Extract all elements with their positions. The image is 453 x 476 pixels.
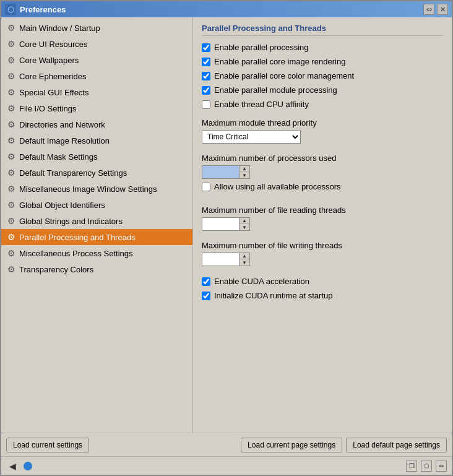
gear-icon: ⚙	[7, 39, 15, 49]
gear-icon: ⚙	[7, 23, 15, 33]
sidebar-label: Default Mask Settings	[19, 152, 97, 162]
write-threads-input[interactable]: 8	[202, 253, 239, 266]
titlebar-controls: ⇔ ✕	[423, 4, 448, 15]
sidebar-label: Parallel Processing and Threads	[19, 233, 136, 242]
enable-parallel-module-checkbox[interactable]	[202, 86, 210, 95]
sidebar-item-default-image-resolution[interactable]: ⚙Default Image Resolution	[1, 132, 192, 149]
read-threads-down-btn[interactable]: ▼	[239, 224, 249, 230]
enable-parallel-module-label[interactable]: Enable parallel module processing	[214, 85, 337, 95]
sidebar-item-core-ui-resources[interactable]: ⚙Core UI Resources	[1, 36, 192, 52]
read-threads-spinbox-buttons: ▲ ▼	[239, 217, 250, 231]
enable-parallel-core-color-checkbox[interactable]	[202, 72, 210, 80]
sidebar-item-core-ephemerides[interactable]: ⚙Core Ephemerides	[1, 68, 192, 84]
enable-parallel-processing-checkbox[interactable]	[202, 43, 210, 52]
bottom-bar: Load current settings Load current page …	[1, 433, 452, 456]
enable-thread-cpu-affinity-label[interactable]: Enable thread CPU affinity	[214, 100, 309, 109]
write-threads-down-btn[interactable]: ▼	[239, 259, 249, 266]
max-processors-input[interactable]: 12	[202, 165, 239, 179]
copy-icon[interactable]: ❐	[406, 461, 417, 472]
enable-parallel-core-image-checkbox[interactable]	[202, 58, 210, 66]
enable-thread-cpu-affinity-checkbox[interactable]	[202, 100, 210, 109]
enable-parallel-core-image-label[interactable]: Enable parallel core image rendering	[214, 57, 345, 66]
status-circle-icon	[24, 462, 32, 470]
expand-icon[interactable]: ⇔	[436, 461, 447, 472]
read-threads-label: Maximum number of file reading threads	[202, 206, 443, 215]
sidebar-item-global-strings-and-indicators[interactable]: ⚙Global Strings and Indicators	[1, 213, 192, 229]
load-current-page-settings-button[interactable]: Load current page settings	[241, 438, 342, 452]
sidebar-item-file-io-settings[interactable]: ⚙File I/O Settings	[1, 100, 192, 116]
sidebar-item-main-window-startup[interactable]: ⚙Main Window / Startup	[1, 20, 192, 36]
app-icon: ⬡	[5, 4, 16, 15]
sidebar-item-misc-process-settings[interactable]: ⚙Miscellaneous Process Settings	[1, 245, 192, 261]
field-group-max-processors: Maximum number of processors used 12 ▲ ▼…	[202, 154, 443, 196]
sidebar-item-transparency-colors[interactable]: ⚙Transparency Colors	[1, 261, 192, 277]
sidebar-item-default-mask-settings[interactable]: ⚙Default Mask Settings	[1, 149, 192, 165]
enable-parallel-processing-row: Enable parallel processing	[202, 42, 443, 53]
read-threads-row: 8 ▲ ▼	[202, 217, 443, 231]
field-group-write-threads: Maximum number of file writing threads 8…	[202, 241, 443, 266]
back-arrow-icon[interactable]: ◀	[6, 460, 19, 472]
init-cuda-startup-checkbox[interactable]	[202, 292, 210, 300]
write-threads-up-btn[interactable]: ▲	[239, 253, 249, 259]
sidebar-label: Core Ephemerides	[19, 72, 86, 81]
gear-icon: ⚙	[7, 103, 15, 113]
read-threads-input[interactable]: 8	[202, 217, 239, 231]
thread-priority-dropdown-container[interactable]: IdleLowestBelow NormalNormalAbove Normal…	[202, 130, 301, 144]
titlebar: ⬡ Preferences ⇔ ✕	[1, 1, 452, 17]
gear-icon: ⚙	[7, 55, 15, 65]
gear-icon: ⚙	[7, 248, 15, 258]
sidebar-label: Global Strings and Indicators	[19, 217, 123, 226]
gear-icon: ⚙	[7, 232, 15, 242]
gear-icon: ⚙	[7, 152, 15, 162]
read-threads-up-btn[interactable]: ▲	[239, 218, 249, 224]
init-cuda-startup-label[interactable]: Initialize CUDA runtime at startup	[214, 291, 332, 300]
gear-icon: ⚙	[7, 71, 15, 81]
sidebar-item-misc-image-window-settings[interactable]: ⚙Miscellaneous Image Window Settings	[1, 181, 192, 197]
window-title: Preferences	[20, 5, 66, 14]
sidebar-label: File I/O Settings	[19, 104, 76, 113]
close-button[interactable]: ✕	[437, 4, 448, 15]
hexagon-icon[interactable]: ⬡	[421, 461, 432, 472]
allow-all-processors-label[interactable]: Allow using all available processors	[214, 182, 341, 191]
allow-all-processors-checkbox[interactable]	[202, 183, 210, 191]
sidebar: ⚙Main Window / Startup⚙Core UI Resources…	[1, 17, 193, 433]
sidebar-item-parallel-processing[interactable]: ⚙Parallel Processing and Threads	[1, 229, 192, 245]
sidebar-item-global-object-identifiers[interactable]: ⚙Global Object Identifiers	[1, 197, 192, 213]
sidebar-item-core-wallpapers[interactable]: ⚙Core Wallpapers	[1, 52, 192, 68]
enable-cuda-checkbox[interactable]	[202, 277, 210, 286]
max-processors-row: 12 ▲ ▼	[202, 165, 443, 179]
sidebar-item-default-transparency-settings[interactable]: ⚙Default Transparency Settings	[1, 165, 192, 181]
restore-button[interactable]: ⇔	[423, 4, 434, 15]
preferences-window: ⬡ Preferences ⇔ ✕ ⚙Main Window / Startup…	[0, 0, 453, 476]
main-content: ⚙Main Window / Startup⚙Core UI Resources…	[1, 17, 452, 433]
sidebar-label: Directories and Network	[19, 120, 105, 129]
max-processors-label: Maximum number of processors used	[202, 154, 443, 163]
section-title: Parallel Processing and Threads	[202, 24, 443, 36]
titlebar-left: ⬡ Preferences	[5, 4, 66, 15]
max-processors-up-btn[interactable]: ▲	[239, 166, 249, 172]
load-current-settings-button[interactable]: Load current settings	[6, 438, 89, 452]
field-group-read-threads: Maximum number of file reading threads 8…	[202, 206, 443, 231]
gear-icon: ⚙	[7, 168, 15, 178]
write-threads-spinbox: 8 ▲ ▼	[202, 253, 250, 266]
write-threads-spinbox-buttons: ▲ ▼	[239, 253, 250, 266]
gear-icon: ⚙	[7, 264, 15, 274]
enable-cuda-label[interactable]: Enable CUDA acceleration	[214, 277, 309, 286]
allow-all-processors-row: Allow using all available processors	[202, 181, 443, 192]
thread-priority-row: IdleLowestBelow NormalNormalAbove Normal…	[202, 130, 443, 144]
enable-parallel-core-color-label[interactable]: Enable parallel core color management	[214, 71, 354, 80]
max-processors-spinbox-buttons: ▲ ▼	[239, 165, 250, 179]
sidebar-item-directories-and-network[interactable]: ⚙Directories and Network	[1, 116, 192, 132]
footer-bar: ◀ ❐ ⬡ ⇔	[1, 456, 452, 475]
sidebar-label: Default Transparency Settings	[19, 168, 127, 178]
thread-priority-select[interactable]: IdleLowestBelow NormalNormalAbove Normal…	[202, 131, 300, 143]
max-processors-down-btn[interactable]: ▼	[239, 172, 249, 178]
enable-parallel-processing-label[interactable]: Enable parallel processing	[214, 43, 308, 52]
max-processors-spinbox: 12 ▲ ▼	[202, 165, 250, 179]
sidebar-item-special-gui-effects[interactable]: ⚙Special GUI Effects	[1, 84, 192, 100]
load-default-page-settings-button[interactable]: Load default page settings	[346, 438, 447, 452]
gear-icon: ⚙	[7, 184, 15, 194]
enable-parallel-module-row: Enable parallel module processing	[202, 85, 443, 95]
sidebar-label: Core UI Resources	[19, 40, 88, 49]
checkbox-group-top: Enable parallel processingEnable paralle…	[202, 42, 443, 113]
